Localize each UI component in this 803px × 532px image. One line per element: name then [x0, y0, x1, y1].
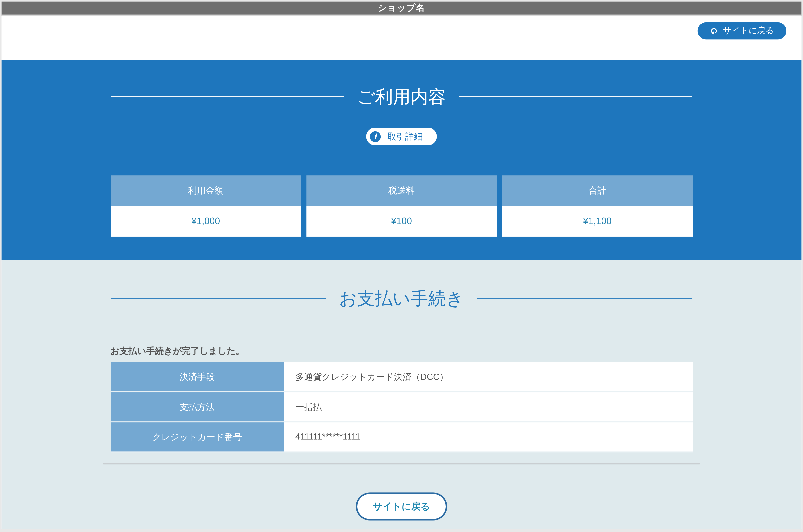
detail-value-paytype: 一括払: [284, 392, 693, 421]
info-icon: i: [370, 131, 381, 142]
return-arrow-icon: [710, 27, 718, 35]
summary-col-amount: 利用金額 ¥1,000: [110, 175, 301, 236]
summary-value-total: ¥1,100: [502, 206, 693, 236]
table-row: 決済手段 多通貨クレジットカード決済（DCC）: [110, 362, 693, 393]
shop-header-bar: ショップ名: [1, 1, 801, 15]
return-to-site-button-bottom[interactable]: サイトに戻る: [356, 493, 447, 520]
usage-title-row: ご利用内容: [111, 86, 692, 107]
payment-section-title: お支払い手続き: [339, 288, 464, 309]
return-to-site-label: サイトに戻る: [373, 500, 430, 513]
payment-body: お支払い手続きが完了しました。 決済手段 多通貨クレジットカード決済（DCC） …: [110, 345, 693, 453]
detail-value-cardnumber: 411111******1111: [284, 422, 693, 452]
payment-complete-message: お支払い手続きが完了しました。: [110, 345, 693, 357]
section-divider: [104, 463, 700, 464]
title-line-right: [459, 96, 693, 97]
transaction-detail-row: i 取引詳細: [1, 128, 801, 145]
page: ショップ名 サイトに戻る ご利用内容: [0, 0, 803, 532]
page-frame: ショップ名 サイトに戻る ご利用内容: [1, 1, 801, 529]
usage-section-title: ご利用内容: [357, 86, 446, 107]
usage-section: ご利用内容 i 取引詳細 利用金額 ¥1,000 税送料 ¥100: [1, 60, 801, 260]
payment-title-row: お支払い手続き: [111, 288, 692, 309]
summary-header-total: 合計: [502, 175, 693, 206]
title-line-left: [111, 298, 326, 299]
summary-value-tax: ¥100: [306, 206, 497, 236]
summary-header-amount: 利用金額: [110, 175, 301, 206]
payment-section: お支払い手続き お支払い手続きが完了しました。 決済手段 多通貨クレジットカード…: [1, 260, 801, 529]
summary-value-amount: ¥1,000: [110, 206, 301, 236]
summary-col-total: 合計 ¥1,100: [502, 175, 693, 236]
title-line-left: [111, 96, 344, 97]
detail-label-paytype: 支払方法: [110, 392, 284, 421]
table-row: 支払方法 一括払: [110, 392, 693, 422]
shop-name: ショップ名: [378, 2, 425, 14]
bottom-button-row: サイトに戻る: [1, 493, 801, 520]
table-row: クレジットカード番号 411111******1111: [110, 422, 693, 453]
header-band: サイトに戻る: [1, 16, 801, 60]
return-to-site-button-top[interactable]: サイトに戻る: [698, 22, 786, 39]
transaction-detail-button[interactable]: i 取引詳細: [366, 128, 437, 145]
return-to-site-label: サイトに戻る: [723, 25, 774, 36]
detail-value-method: 多通貨クレジットカード決済（DCC）: [284, 362, 693, 391]
transaction-detail-label: 取引詳細: [387, 131, 423, 142]
payment-details-table: 決済手段 多通貨クレジットカード決済（DCC） 支払方法 一括払 クレジットカー…: [110, 362, 693, 453]
title-line-right: [477, 298, 692, 299]
amount-summary-table: 利用金額 ¥1,000 税送料 ¥100 合計 ¥1,100: [110, 175, 693, 236]
summary-header-tax: 税送料: [306, 175, 497, 206]
summary-col-tax: 税送料 ¥100: [306, 175, 497, 236]
detail-label-cardnumber: クレジットカード番号: [110, 422, 284, 452]
detail-label-method: 決済手段: [110, 362, 284, 391]
